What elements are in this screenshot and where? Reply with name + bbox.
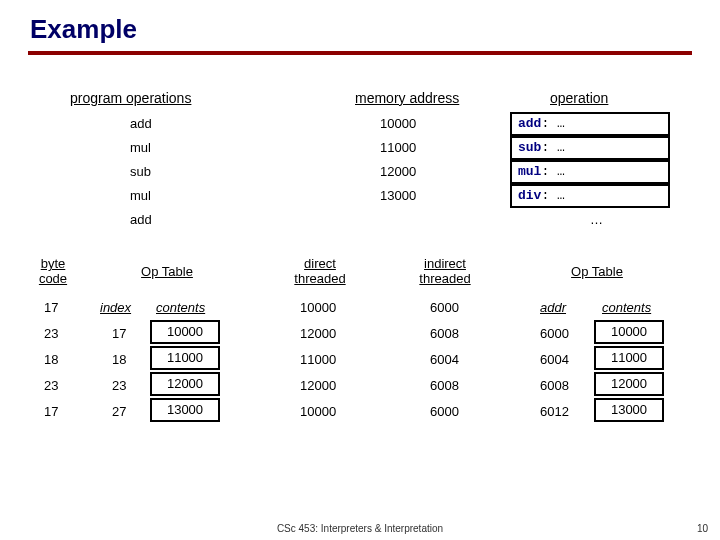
direct-4: 10000 — [300, 404, 336, 419]
optr-addr-3: 6012 — [540, 404, 569, 419]
optl-contents-0: 10000 — [150, 320, 220, 344]
header-op-table-left: Op Table — [122, 264, 212, 279]
optl-index-2: 23 — [112, 378, 126, 393]
direct-0: 10000 — [300, 300, 336, 315]
bytecode-1: 23 — [44, 326, 58, 341]
optl-index-3: 27 — [112, 404, 126, 419]
header-memory-address: memory address — [355, 90, 459, 106]
optl-contents-3: 13000 — [150, 398, 220, 422]
subheader-contents-right: contents — [602, 300, 651, 315]
optr-addr-2: 6008 — [540, 378, 569, 393]
indirect-4: 6000 — [430, 404, 459, 419]
indirect-2: 6004 — [430, 352, 459, 367]
prog-op-1: mul — [130, 140, 151, 155]
op-box-0: add: … — [510, 112, 670, 136]
header-direct-threaded: direct threaded — [280, 256, 360, 286]
optl-index-1: 18 — [112, 352, 126, 367]
op-trailing: … — [590, 212, 603, 227]
mem-addr-3: 13000 — [380, 188, 416, 203]
subheader-contents-left: contents — [156, 300, 205, 315]
op-box-1: sub: … — [510, 136, 670, 160]
footer-center: CSc 453: Interpreters & Interpretation — [0, 523, 720, 534]
header-op-table-right: Op Table — [552, 264, 642, 279]
subheader-addr: addr — [540, 300, 566, 315]
mem-addr-1: 11000 — [380, 140, 416, 155]
header-indirect-threaded: indirect threaded — [405, 256, 485, 286]
op-box-3: div: … — [510, 184, 670, 208]
bytecode-4: 17 — [44, 404, 58, 419]
optr-contents-0: 10000 — [594, 320, 664, 344]
optr-addr-0: 6000 — [540, 326, 569, 341]
prog-op-3: mul — [130, 188, 151, 203]
header-program-operations: program operations — [70, 90, 191, 106]
footer-page-number: 10 — [697, 523, 708, 534]
optr-addr-1: 6004 — [540, 352, 569, 367]
op-box-2: mul: … — [510, 160, 670, 184]
mem-addr-2: 12000 — [380, 164, 416, 179]
optl-index-0: 17 — [112, 326, 126, 341]
prog-op-4: add — [130, 212, 152, 227]
prog-op-2: sub — [130, 164, 151, 179]
title-underline — [28, 51, 692, 55]
bytecode-2: 18 — [44, 352, 58, 367]
direct-2: 11000 — [300, 352, 336, 367]
optl-contents-2: 12000 — [150, 372, 220, 396]
optr-contents-2: 12000 — [594, 372, 664, 396]
optl-contents-1: 11000 — [150, 346, 220, 370]
direct-3: 12000 — [300, 378, 336, 393]
bytecode-0: 17 — [44, 300, 58, 315]
direct-1: 12000 — [300, 326, 336, 341]
indirect-3: 6008 — [430, 378, 459, 393]
subheader-index: index — [100, 300, 131, 315]
header-byte-code: byte code — [28, 256, 78, 286]
bytecode-3: 23 — [44, 378, 58, 393]
indirect-0: 6000 — [430, 300, 459, 315]
slide-title: Example — [0, 0, 720, 49]
optr-contents-1: 11000 — [594, 346, 664, 370]
indirect-1: 6008 — [430, 326, 459, 341]
mem-addr-0: 10000 — [380, 116, 416, 131]
header-operation: operation — [550, 90, 608, 106]
prog-op-0: add — [130, 116, 152, 131]
optr-contents-3: 13000 — [594, 398, 664, 422]
